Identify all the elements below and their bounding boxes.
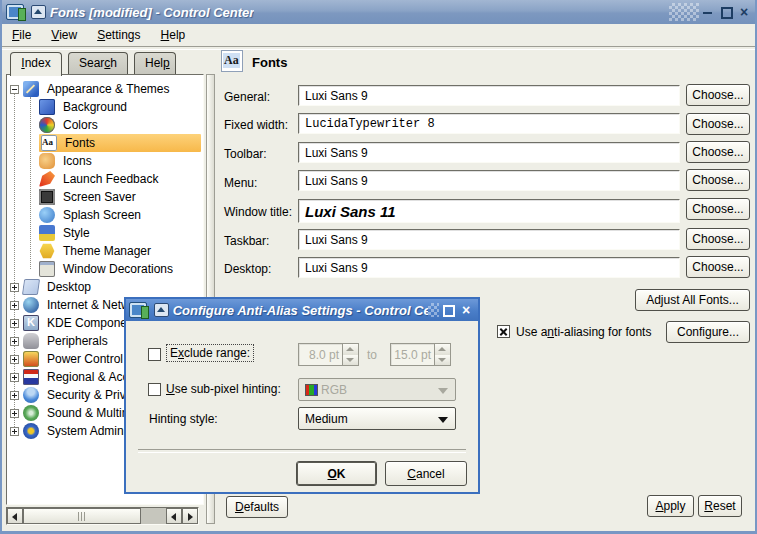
antialias-checkbox[interactable] [497, 325, 510, 338]
cancel-button[interactable]: Cancel [385, 461, 467, 486]
desktop-font-preview: Luxi Sans 9 [298, 257, 680, 278]
expand-icon[interactable] [10, 427, 19, 436]
tree-item-theme-manager[interactable]: Theme Manager [39, 242, 154, 260]
menu-file[interactable]: File [2, 26, 41, 44]
tab-search[interactable]: Search [68, 52, 128, 74]
dialog-separator [138, 449, 466, 453]
tree-item-peripherals[interactable]: Peripherals [10, 332, 111, 350]
menu-help[interactable]: Help [151, 26, 196, 44]
exclude-range-label[interactable]: Exclude range: [166, 344, 254, 362]
menu-label: Menu: [224, 176, 257, 190]
dialog-titlebar: Configure Anti-Alias Settings - Control … [126, 299, 478, 321]
shade-button[interactable] [154, 303, 169, 317]
scroll-right-button[interactable] [182, 508, 198, 524]
spin-down-icon[interactable] [343, 355, 358, 366]
reset-button[interactable]: Reset [698, 495, 742, 517]
window-titlebar: Fonts [modified] - Control Center × [0, 0, 757, 24]
security-privacy-icon [23, 387, 39, 403]
chevron-down-icon [438, 417, 448, 423]
control-center-app-icon [129, 302, 147, 318]
desktop-icon [22, 279, 40, 295]
expand-icon[interactable] [10, 319, 19, 328]
screen-saver-icon [39, 189, 55, 205]
choose-menu-button[interactable]: Choose... [686, 169, 750, 191]
ok-button[interactable]: OK [296, 461, 377, 486]
splash-screen-icon [39, 207, 55, 223]
tree-item-power-control[interactable]: Power Control [10, 350, 126, 368]
tree-item-fonts[interactable]: Fonts [39, 134, 201, 152]
adjust-all-fonts-button[interactable]: Adjust All Fonts... [635, 289, 750, 311]
style-icon [39, 225, 55, 241]
tree-item-splash-screen[interactable]: Splash Screen [39, 206, 144, 224]
hinting-style-label: Hinting style: [149, 412, 218, 426]
general-label: General: [224, 90, 270, 104]
fonts-header-icon: Aa [221, 50, 243, 72]
choose-taskbar-button[interactable]: Choose... [686, 228, 750, 250]
icons-icon [39, 153, 55, 169]
maximize-button[interactable] [719, 5, 733, 19]
tab-index[interactable]: Index [10, 52, 62, 76]
tree-item-launch-feedback[interactable]: Launch Feedback [39, 170, 161, 188]
menu-view[interactable]: View [41, 26, 87, 44]
choose-window-title-button[interactable]: Choose... [686, 198, 750, 220]
expand-icon[interactable] [10, 301, 19, 310]
tree-item-colors[interactable]: Colors [39, 116, 101, 134]
menu-settings[interactable]: Settings [87, 26, 150, 44]
kde-components-icon [23, 315, 39, 331]
tree-item-appearance-themes[interactable]: Appearance & Themes [10, 80, 173, 98]
defaults-button[interactable]: Defaults [226, 496, 288, 518]
menubar: File View Settings Help [2, 24, 755, 46]
choose-fixed-width-button[interactable]: Choose... [686, 113, 750, 135]
tree-item-background[interactable]: Background [39, 98, 130, 116]
scroll-left-button[interactable] [7, 508, 23, 524]
control-center-window: Fonts [modified] - Control Center × File… [0, 0, 757, 534]
tree-item-window-decorations[interactable]: Window Decorations [39, 260, 176, 278]
background-icon [39, 99, 55, 115]
expand-icon[interactable] [10, 391, 19, 400]
desktop-label: Desktop: [224, 262, 271, 276]
rgb-stripes-icon [305, 384, 318, 396]
apply-button[interactable]: Apply [647, 495, 694, 517]
scrollbar-track[interactable] [141, 508, 167, 524]
tree-item-icons[interactable]: Icons [39, 152, 95, 170]
expand-icon[interactable] [10, 337, 19, 346]
hinting-style-dropdown[interactable]: Medium [298, 407, 456, 430]
choose-general-button[interactable]: Choose... [686, 84, 750, 106]
dialog-close-button[interactable]: × [459, 303, 473, 317]
tab-help[interactable]: Help [134, 52, 176, 74]
system-administration-icon [23, 423, 39, 439]
subpixel-hinting-checkbox[interactable] [148, 383, 161, 396]
scroll-left-button[interactable] [166, 508, 182, 524]
spin-up-icon[interactable] [343, 344, 358, 355]
exclude-range-checkbox[interactable] [148, 348, 161, 361]
tree-item-style[interactable]: Style [39, 224, 93, 242]
spin-down-icon[interactable] [435, 355, 450, 366]
expand-icon[interactable] [10, 283, 19, 292]
power-control-icon [23, 351, 39, 367]
subpixel-type-dropdown[interactable]: RGB [298, 378, 456, 401]
scrollbar-thumb[interactable] [23, 508, 141, 524]
collapse-icon[interactable] [10, 85, 19, 94]
window-title: Fonts [modified] - Control Center [50, 5, 254, 20]
minimize-button[interactable] [701, 5, 715, 19]
antialias-label[interactable]: Use anti-aliasing for fonts [516, 325, 651, 339]
appearance-themes-icon [23, 81, 39, 97]
choose-desktop-button[interactable]: Choose... [686, 256, 750, 278]
configure-antialias-dialog: Configure Anti-Alias Settings - Control … [124, 297, 480, 494]
expand-icon[interactable] [10, 355, 19, 364]
close-button[interactable]: × [737, 5, 751, 19]
subpixel-hinting-label[interactable]: Use sub-pixel hinting: [166, 382, 281, 396]
dialog-maximize-button[interactable] [441, 303, 455, 317]
exclude-to-spinbox[interactable]: 15.0 pt [390, 343, 451, 366]
choose-toolbar-button[interactable]: Choose... [686, 141, 750, 163]
shade-button[interactable] [31, 5, 46, 19]
menubar-separator [2, 46, 755, 50]
colors-icon [39, 117, 55, 133]
tree-item-desktop[interactable]: Desktop [10, 278, 94, 296]
configure-antialias-button[interactable]: Configure... [666, 321, 750, 343]
expand-icon[interactable] [10, 409, 19, 418]
spin-up-icon[interactable] [435, 344, 450, 355]
tree-item-screen-saver[interactable]: Screen Saver [39, 188, 139, 206]
exclude-from-spinbox[interactable]: 8.0 pt [298, 343, 359, 366]
expand-icon[interactable] [10, 373, 19, 382]
